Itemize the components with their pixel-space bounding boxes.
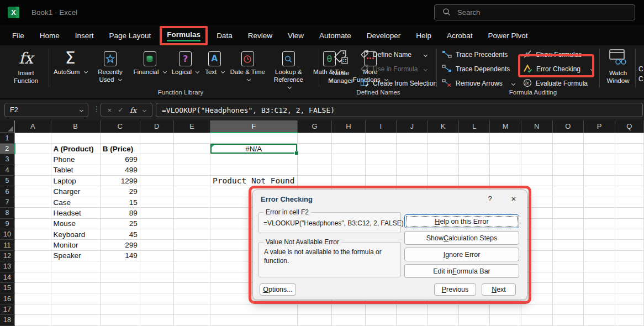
- cell-E3[interactable]: [173, 154, 210, 165]
- column-header-H[interactable]: H: [332, 120, 365, 133]
- column-header-J[interactable]: J: [396, 120, 427, 133]
- cell-J4[interactable]: [396, 165, 427, 175]
- dialog-help-button[interactable]: ?: [485, 194, 495, 203]
- column-header-A[interactable]: A: [15, 120, 51, 133]
- cell-E18[interactable]: [173, 315, 210, 325]
- show-formulas-button[interactable]: fx Show Formulas: [523, 48, 582, 62]
- cell-E15[interactable]: [173, 282, 210, 293]
- row-header-9[interactable]: 9: [0, 218, 15, 229]
- cell-O4[interactable]: [552, 165, 584, 175]
- row-header-8[interactable]: 8: [0, 208, 15, 218]
- cell-B11[interactable]: Monitor: [51, 240, 100, 250]
- cell-K4[interactable]: [427, 165, 458, 175]
- cell-N18[interactable]: [521, 315, 553, 325]
- cell-E14[interactable]: [173, 272, 210, 282]
- cell-Q15[interactable]: [615, 282, 643, 293]
- cell-Q16[interactable]: [615, 293, 643, 304]
- cell-K5[interactable]: [427, 176, 458, 186]
- cell-P16[interactable]: [584, 293, 615, 304]
- cell-A16[interactable]: [15, 293, 51, 304]
- tab-home[interactable]: Home: [32, 31, 67, 40]
- drag-handle-icon[interactable]: ⋮: [93, 104, 101, 113]
- cell-B8[interactable]: Headset: [51, 208, 100, 218]
- cell-Q8[interactable]: [615, 208, 643, 218]
- cell-A15[interactable]: [15, 282, 51, 293]
- cell-G1[interactable]: [297, 133, 332, 143]
- cell-C1[interactable]: [100, 133, 140, 143]
- enter-icon[interactable]: ✓: [118, 106, 123, 114]
- cell-C2[interactable]: B (Price): [100, 143, 140, 154]
- column-header-K[interactable]: K: [427, 120, 458, 133]
- cell-F1[interactable]: [210, 133, 297, 143]
- cell-B13[interactable]: [51, 261, 100, 272]
- cell-N1[interactable]: [521, 133, 553, 143]
- tab-review[interactable]: Review: [240, 31, 280, 40]
- cell-B3[interactable]: Phone: [51, 154, 100, 165]
- cell-K18[interactable]: [427, 315, 458, 325]
- dialog-close-button[interactable]: ×: [508, 194, 519, 203]
- cell-D11[interactable]: [140, 240, 173, 250]
- cell-A7[interactable]: [15, 197, 51, 207]
- cell-E4[interactable]: [173, 165, 210, 175]
- cell-O7[interactable]: [552, 197, 584, 207]
- column-header-N[interactable]: N: [521, 120, 553, 133]
- cell-M5[interactable]: [490, 176, 521, 186]
- trace-dependents-button[interactable]: Trace Dependents: [442, 62, 510, 76]
- chevron-down-icon[interactable]: [142, 108, 146, 112]
- cell-B10[interactable]: Keyboard: [51, 229, 100, 240]
- insert-function-button[interactable]: fx Insert Function: [8, 48, 44, 85]
- cell-A13[interactable]: [15, 261, 51, 272]
- cell-A9[interactable]: [15, 218, 51, 229]
- cell-P17[interactable]: [584, 304, 615, 314]
- tab-formulas[interactable]: Formulas: [160, 26, 208, 45]
- column-header-G[interactable]: G: [297, 120, 332, 133]
- cell-B5[interactable]: Laptop: [51, 176, 100, 186]
- cell-G17[interactable]: [297, 304, 332, 314]
- cell-A6[interactable]: [15, 186, 51, 197]
- cell-B14[interactable]: [51, 272, 100, 282]
- formula-input[interactable]: =VLOOKUP("Headphones", B3:C12, 2, FALSE): [156, 103, 643, 117]
- cell-O10[interactable]: [552, 229, 584, 240]
- cell-D2[interactable]: [140, 143, 173, 154]
- cell-P1[interactable]: [584, 133, 615, 143]
- cell-N3[interactable]: [521, 154, 553, 165]
- column-header-L[interactable]: L: [458, 120, 489, 133]
- cell-J18[interactable]: [396, 315, 427, 325]
- cell-D6[interactable]: [140, 186, 173, 197]
- cell-O2[interactable]: [552, 143, 584, 154]
- row-header-15[interactable]: 15: [0, 282, 15, 293]
- show-calculation-steps-button[interactable]: Show Calculation Steps: [404, 231, 519, 245]
- cell-M1[interactable]: [490, 133, 521, 143]
- cell-C7[interactable]: 15: [100, 197, 140, 207]
- cell-A3[interactable]: [15, 154, 51, 165]
- cell-M2[interactable]: [490, 143, 521, 154]
- cell-P15[interactable]: [584, 282, 615, 293]
- define-name-button[interactable]: Define Name: [360, 48, 427, 62]
- cell-D18[interactable]: [140, 315, 173, 325]
- cell-A5[interactable]: [15, 176, 51, 186]
- cell-K1[interactable]: [427, 133, 458, 143]
- cell-C18[interactable]: [100, 315, 140, 325]
- tab-developer[interactable]: Developer: [359, 31, 409, 40]
- cell-G3[interactable]: [297, 154, 332, 165]
- error-checking-button[interactable]: Error Checking: [523, 62, 594, 76]
- cell-I4[interactable]: [365, 165, 396, 175]
- column-header-C[interactable]: C: [100, 120, 140, 133]
- cell-F3[interactable]: [210, 154, 297, 165]
- cell-Q17[interactable]: [615, 304, 643, 314]
- tab-data[interactable]: Data: [209, 31, 240, 40]
- text-button[interactable]: AText: [202, 46, 227, 76]
- cell-L5[interactable]: [458, 176, 489, 186]
- cell-D5[interactable]: [140, 176, 173, 186]
- tab-power-pivot[interactable]: Power Pivot: [481, 31, 536, 40]
- cell-C8[interactable]: 89: [100, 208, 140, 218]
- cell-P3[interactable]: [584, 154, 615, 165]
- cell-Q5[interactable]: [615, 176, 643, 186]
- cell-P8[interactable]: [584, 208, 615, 218]
- cell-A1[interactable]: [15, 133, 51, 143]
- cell-E16[interactable]: [173, 293, 210, 304]
- cell-P7[interactable]: [584, 197, 615, 207]
- cell-C13[interactable]: [100, 261, 140, 272]
- cell-M4[interactable]: [490, 165, 521, 175]
- cell-P13[interactable]: [584, 261, 615, 272]
